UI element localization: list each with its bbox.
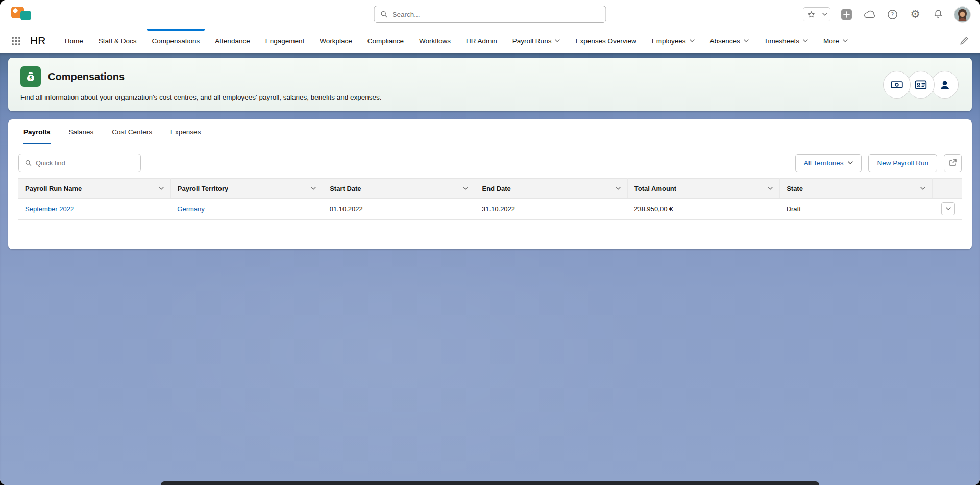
chevron-down-icon[interactable] xyxy=(843,39,848,42)
payroll-territory-link[interactable]: Germany xyxy=(177,205,204,213)
global-search[interactable] xyxy=(374,6,606,23)
chevron-down-icon[interactable] xyxy=(555,39,560,42)
svg-text:?: ? xyxy=(891,11,894,18)
column-header-state[interactable]: State xyxy=(780,179,932,199)
nav-tab-attendance[interactable]: Attendance xyxy=(207,29,257,53)
territory-filter-label: All Territories xyxy=(804,159,844,167)
favorites-split-button xyxy=(803,7,830,21)
territory-filter-button[interactable]: All Territories xyxy=(795,154,862,172)
chevron-down-icon[interactable] xyxy=(311,187,316,190)
nav-tab-payroll-runs[interactable]: Payroll Runs xyxy=(505,29,568,53)
column-header-payroll-run-name[interactable]: Payroll Run Name xyxy=(18,179,170,199)
nav-tab-label: Compliance xyxy=(368,37,404,45)
nav-tab-hr-admin[interactable]: HR Admin xyxy=(458,29,505,53)
page-header-actions xyxy=(883,71,959,99)
svg-text:$: $ xyxy=(29,75,32,80)
nav-tab-label: Timesheets xyxy=(764,37,799,45)
help-icon[interactable]: ? xyxy=(885,7,899,21)
nav-tab-label: HR Admin xyxy=(466,37,497,45)
person-icon-button[interactable] xyxy=(931,71,959,99)
dock-hint xyxy=(161,481,819,485)
nav-tab-employees[interactable]: Employees xyxy=(644,29,702,53)
nav-tab-label: Expenses Overview xyxy=(575,37,636,45)
cell-payroll-run-name: September 2022 xyxy=(18,199,170,220)
card-tabs: PayrollsSalariesCost CentersExpenses xyxy=(18,119,962,144)
column-header-end-date[interactable]: End Date xyxy=(475,179,627,199)
chevron-down-icon[interactable] xyxy=(744,39,749,42)
nav-tab-staff-docs[interactable]: Staff & Docs xyxy=(91,29,144,53)
new-payroll-run-button[interactable]: New Payroll Run xyxy=(868,154,937,172)
open-in-new-window-icon[interactable] xyxy=(944,154,962,172)
column-header-total-amount[interactable]: Total Amount xyxy=(627,179,779,199)
global-search-input[interactable] xyxy=(393,11,600,18)
column-label: Payroll Run Name xyxy=(25,185,82,192)
edit-navigation-pencil-icon[interactable] xyxy=(957,34,971,48)
column-header-payroll-territory[interactable]: Payroll Territory xyxy=(170,179,323,199)
nav-tab-home[interactable]: Home xyxy=(57,29,91,53)
page-header-title-row: $ Compensations xyxy=(20,66,960,87)
page-header-card: $ Compensations Find all information abo… xyxy=(8,58,972,111)
chevron-down-icon[interactable] xyxy=(768,187,773,190)
nav-tab-label: Engagement xyxy=(265,37,305,45)
chevron-down-icon[interactable] xyxy=(616,187,621,190)
add-plus-icon[interactable] xyxy=(839,7,853,21)
compensations-moneybag-icon: $ xyxy=(20,66,41,87)
nav-tab-compensations[interactable]: Compensations xyxy=(144,29,208,53)
nav-tab-compliance[interactable]: Compliance xyxy=(360,29,411,53)
setup-gear-icon[interactable]: ⚙ xyxy=(908,7,922,21)
new-payroll-run-label: New Payroll Run xyxy=(877,159,928,167)
payrolls-table: Payroll Run NamePayroll TerritoryStart D… xyxy=(18,178,962,220)
column-header-actions xyxy=(932,179,962,199)
column-header-start-date[interactable]: Start Date xyxy=(323,179,475,199)
nav-tab-label: Attendance xyxy=(215,37,250,45)
nav-tab-label: Workflows xyxy=(419,37,451,45)
column-label: State xyxy=(787,185,803,192)
nav-tab-workplace[interactable]: Workplace xyxy=(312,29,360,53)
chevron-down-icon[interactable] xyxy=(463,187,468,190)
page-title: Compensations xyxy=(48,71,125,83)
cloud-icon[interactable] xyxy=(862,7,876,21)
nav-tab-engagement[interactable]: Engagement xyxy=(258,29,312,53)
app-launcher-waffle-icon[interactable] xyxy=(9,34,23,48)
app-nav-bar: HR HomeStaff & DocsCompensationsAttendan… xyxy=(0,29,980,53)
nav-tab-label: Payroll Runs xyxy=(512,37,552,45)
nav-tab-expenses-overview[interactable]: Expenses Overview xyxy=(568,29,644,53)
nav-tab-label: Workplace xyxy=(320,37,352,45)
search-icon xyxy=(381,11,388,18)
chevron-down-icon[interactable] xyxy=(920,187,925,190)
tab-expenses[interactable]: Expenses xyxy=(170,119,201,144)
favorites-chevron-down-icon[interactable] xyxy=(819,8,830,21)
table-header-row: Payroll Run NamePayroll TerritoryStart D… xyxy=(18,179,962,199)
payroll-run-name-link[interactable]: September 2022 xyxy=(25,205,74,213)
tab-cost-centers[interactable]: Cost Centers xyxy=(112,119,152,144)
quick-find-input[interactable] xyxy=(36,159,134,167)
cell-end-date: 31.10.2022 xyxy=(475,199,627,220)
nav-tab-absences[interactable]: Absences xyxy=(702,29,756,53)
chevron-down-icon[interactable] xyxy=(690,39,695,42)
cell-state: Draft xyxy=(780,199,932,220)
cell-payroll-territory: Germany xyxy=(170,199,323,220)
app-window: ? ⚙ HR HomeStaff & DocsCompensationsAtte… xyxy=(0,0,980,485)
column-label: Start Date xyxy=(330,185,361,192)
tab-salaries[interactable]: Salaries xyxy=(69,119,94,144)
banknote-icon-button[interactable] xyxy=(883,71,911,99)
nav-tab-label: Absences xyxy=(710,37,740,45)
chevron-down-icon[interactable] xyxy=(159,187,164,190)
column-label: Total Amount xyxy=(634,185,676,192)
chevron-down-icon[interactable] xyxy=(803,39,808,42)
nav-tab-timesheets[interactable]: Timesheets xyxy=(756,29,816,53)
favorites-star-icon[interactable] xyxy=(803,8,819,21)
quick-find-box[interactable] xyxy=(18,154,141,172)
user-avatar[interactable] xyxy=(954,6,971,23)
nav-tab-workflows[interactable]: Workflows xyxy=(411,29,458,53)
notifications-bell-icon[interactable] xyxy=(931,7,945,21)
app-logo[interactable] xyxy=(9,5,33,24)
global-header: ? ⚙ xyxy=(0,0,980,29)
page-description: Find all information about your organiza… xyxy=(20,93,684,101)
tab-payrolls[interactable]: Payrolls xyxy=(23,119,51,144)
row-actions-button[interactable] xyxy=(941,202,955,215)
cell-start-date: 01.10.2022 xyxy=(323,199,475,220)
nav-tab-more[interactable]: More xyxy=(816,29,855,53)
nav-tab-label: More xyxy=(823,37,839,45)
id-card-icon-button[interactable] xyxy=(907,71,935,99)
